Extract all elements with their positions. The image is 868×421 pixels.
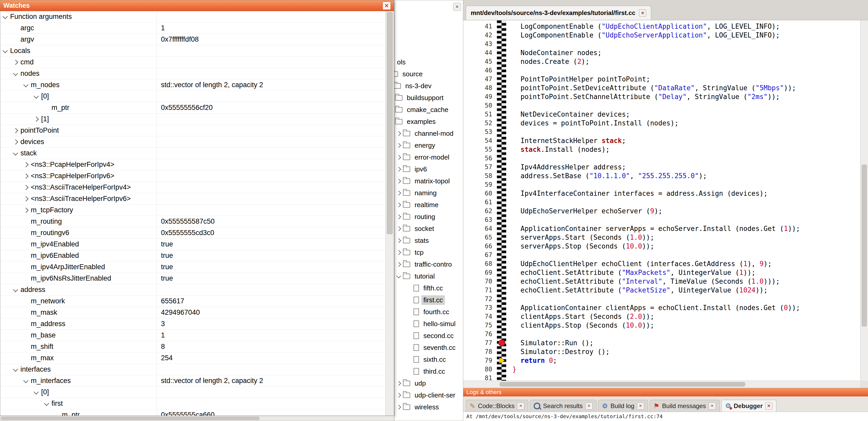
code-line[interactable]: 58 address.SetBase ("10.1.1.0", "255.255… — [463, 171, 860, 180]
collapse-arrow-icon[interactable] — [34, 389, 39, 394]
expand-arrow-icon[interactable] — [396, 381, 401, 386]
tree-item[interactable]: routing — [397, 211, 463, 223]
watch-row[interactable]: m_address3 — [0, 318, 385, 330]
logs-tab-code-blocks[interactable]: ✎Code::Blocks✕ — [466, 400, 528, 412]
tree-item[interactable]: ipv6 — [397, 163, 463, 175]
watches-close-button[interactable]: ✕ — [382, 2, 391, 10]
breakpoint-margin-cell[interactable] — [495, 277, 513, 286]
code-line[interactable]: 54 InternetStackHelper stack; — [463, 136, 860, 145]
expand-arrow-icon[interactable] — [13, 60, 18, 65]
logs-tab-debugger[interactable]: ⚙Debugger✕ — [721, 400, 776, 412]
expand-arrow-icon[interactable] — [396, 405, 401, 409]
watch-row[interactable]: m_ipv4Enabledtrue — [0, 239, 385, 250]
tree-item[interactable]: fifth.cc — [413, 282, 463, 294]
expand-arrow-icon[interactable] — [396, 143, 401, 148]
watch-row[interactable]: m_ipv6Enabledtrue — [0, 250, 385, 261]
tab-close-icon[interactable]: ✕ — [765, 402, 773, 410]
breakpoint-margin-cell[interactable] — [495, 31, 513, 39]
breakpoint-marker[interactable] — [498, 339, 505, 346]
code-line[interactable]: 71 echoClient.SetAttribute ("PacketSize"… — [463, 286, 860, 295]
watch-row[interactable]: argc1 — [0, 23, 385, 34]
breakpoint-margin-cell[interactable] — [495, 39, 513, 48]
tree-item[interactable]: third.cc — [413, 365, 463, 377]
watch-row[interactable]: m_routingv60x5555555cd3c0 — [0, 227, 385, 239]
code-line[interactable]: 81 — [463, 374, 860, 381]
editor-vertical-scrollbar[interactable] — [860, 21, 868, 381]
code-line[interactable]: 73 ApplicationContainer clientApps = ech… — [463, 303, 860, 312]
collapse-arrow-icon[interactable] — [13, 287, 18, 292]
code-line[interactable]: 61 — [463, 198, 860, 206]
expand-arrow-icon[interactable] — [34, 117, 39, 122]
code-line[interactable]: 56 — [463, 154, 860, 163]
watch-row[interactable]: m_interfacesstd::vector of length 2, cap… — [0, 375, 385, 387]
expand-arrow-icon[interactable] — [23, 208, 28, 213]
watch-row[interactable]: <ns3::PcapHelperForIpv4> — [0, 159, 385, 170]
logs-tab-build-messages[interactable]: ⚑Build messages✕ — [650, 400, 720, 412]
watch-row[interactable]: devices — [0, 136, 385, 148]
code-line[interactable]: 42 LogComponentEnable ("UdpEchoServerApp… — [463, 31, 860, 39]
code-line[interactable]: 67 — [463, 251, 860, 259]
watch-row[interactable]: stack — [0, 148, 385, 159]
expand-arrow-icon[interactable] — [396, 191, 401, 195]
expand-arrow-icon[interactable] — [396, 226, 401, 231]
breakpoint-margin-cell[interactable] — [495, 312, 513, 321]
tree-item[interactable]: tutorial — [397, 270, 463, 282]
collapse-arrow-icon[interactable] — [3, 14, 8, 19]
tree-item[interactable]: sixth.cc — [413, 354, 463, 365]
editor-hscrollbar-thumb[interactable] — [499, 382, 745, 387]
code-line[interactable]: 77 Simulator::Run (); — [463, 338, 860, 347]
watches-titlebar[interactable]: Watches ✕ — [0, 0, 394, 11]
breakpoint-margin-cell[interactable] — [495, 242, 513, 251]
watch-row[interactable]: m_tcpFactory — [0, 204, 385, 216]
watch-row[interactable]: argv0x7fffffffdf08 — [0, 34, 385, 45]
breakpoint-margin-cell[interactable] — [495, 66, 513, 75]
watch-row[interactable]: interfaces — [0, 364, 385, 375]
breakpoint-margin-cell[interactable] — [495, 136, 513, 145]
tab-close-icon[interactable]: ✕ — [517, 402, 524, 410]
editor-tab-first-cc[interactable]: mnt/dev/tools/source/ns-3-dev/examples/t… — [466, 6, 651, 20]
watch-row[interactable]: Locals — [0, 45, 385, 57]
tree-item[interactable]: first.cc — [413, 294, 463, 306]
tree-item[interactable]: udp — [397, 377, 463, 389]
tab-close-icon[interactable]: ✕ — [585, 402, 593, 410]
code-line[interactable]: 75 clientApps.Stop (Seconds (10.0)); — [463, 321, 860, 330]
expand-arrow-icon[interactable] — [13, 139, 18, 144]
breakpoint-margin-cell[interactable] — [495, 338, 513, 347]
breakpoint-margin-cell[interactable] — [495, 321, 513, 330]
code-line[interactable]: 78 Simulator::Destroy (); — [463, 347, 860, 356]
watch-row[interactable]: m_nodesstd::vector of length 2, capacity… — [0, 79, 385, 91]
collapse-arrow-icon[interactable] — [23, 378, 28, 383]
breakpoint-margin-cell[interactable] — [495, 145, 513, 154]
breakpoint-margin-cell[interactable] — [495, 110, 513, 119]
code-line[interactable]: 76 — [463, 330, 860, 338]
expand-arrow-icon[interactable] — [396, 238, 401, 243]
editor-horizontal-scrollbar[interactable] — [463, 381, 860, 388]
collapse-arrow-icon[interactable] — [44, 400, 49, 406]
tree-item[interactable]: wireless — [397, 401, 463, 413]
watch-row[interactable]: m_max254 — [0, 353, 385, 364]
tree-item[interactable]: examples — [394, 116, 463, 128]
code-line[interactable]: 41 LogComponentEnable ("UdpEchoClientApp… — [463, 22, 860, 31]
editor-tab-close-icon[interactable]: ✕ — [639, 9, 646, 17]
expand-arrow-icon[interactable] — [23, 162, 28, 167]
code-line[interactable]: 74 clientApps.Start (Seconds (2.0)); — [463, 312, 860, 321]
breakpoint-margin-cell[interactable] — [495, 303, 513, 312]
breakpoint-margin-cell[interactable] — [495, 295, 513, 303]
breakpoint-margin-cell[interactable] — [495, 101, 513, 110]
watch-row[interactable]: Function arguments — [0, 11, 385, 23]
code-line[interactable]: 55 stack.Install (nodes); — [463, 145, 860, 154]
code-line[interactable]: 57 Ipv4AddressHelper address; — [463, 163, 860, 171]
collapse-arrow-icon[interactable] — [13, 150, 18, 155]
tree-item[interactable]: cmake_cache — [394, 104, 463, 116]
watch-row[interactable]: [0] — [0, 91, 385, 102]
code-line[interactable]: 62 UdpEchoServerHelper echoServer (9); — [463, 206, 860, 216]
expand-arrow-icon[interactable] — [23, 185, 28, 190]
code-line[interactable]: 53 — [463, 128, 860, 136]
watches-scrollbar-thumb[interactable] — [386, 12, 393, 234]
watches-horizontal-scrollbar[interactable] — [0, 416, 394, 421]
expand-arrow-icon[interactable] — [396, 250, 401, 255]
code-line[interactable]: 45 nodes.Create (2); — [463, 57, 860, 66]
breakpoint-margin-cell[interactable] — [495, 92, 513, 101]
watch-row[interactable]: m_ptr0x55555556cf20 — [0, 102, 385, 114]
watch-row[interactable]: nodes — [0, 68, 385, 79]
